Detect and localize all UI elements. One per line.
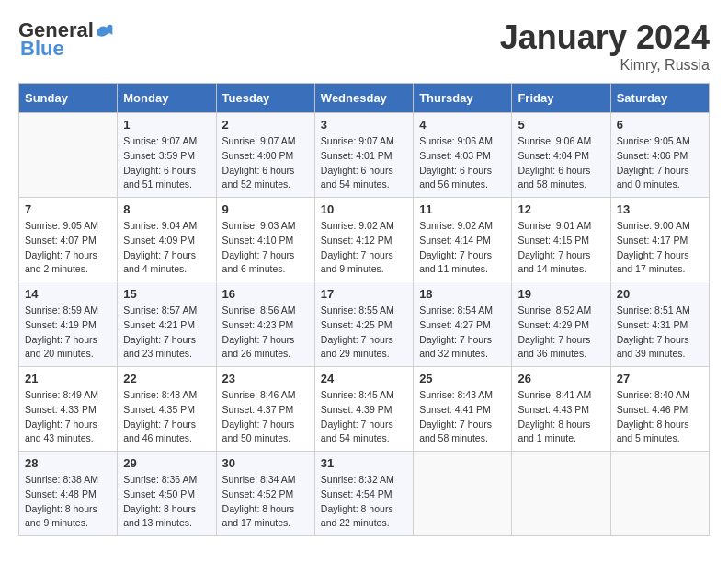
day-cell xyxy=(610,452,709,536)
week-row: 21Sunrise: 8:49 AMSunset: 4:33 PMDayligh… xyxy=(19,367,710,452)
day-number: 26 xyxy=(518,372,604,385)
week-row: 14Sunrise: 8:59 AMSunset: 4:19 PMDayligh… xyxy=(19,282,710,367)
week-row: 7Sunrise: 9:05 AMSunset: 4:07 PMDaylight… xyxy=(19,198,710,282)
day-info: Sunrise: 8:49 AMSunset: 4:33 PMDaylight:… xyxy=(25,388,111,446)
day-info: Sunrise: 9:02 AMSunset: 4:12 PMDaylight:… xyxy=(321,219,407,277)
day-number: 24 xyxy=(321,372,407,385)
day-cell: 6Sunrise: 9:05 AMSunset: 4:06 PMDaylight… xyxy=(610,113,709,198)
day-cell: 25Sunrise: 8:43 AMSunset: 4:41 PMDayligh… xyxy=(414,367,512,452)
day-info: Sunrise: 8:46 AMSunset: 4:37 PMDaylight:… xyxy=(222,388,309,446)
day-number: 12 xyxy=(518,202,604,216)
calendar-title: January 2024 xyxy=(500,18,710,57)
day-cell: 18Sunrise: 8:54 AMSunset: 4:27 PMDayligh… xyxy=(414,282,512,367)
day-cell: 5Sunrise: 9:06 AMSunset: 4:04 PMDaylight… xyxy=(512,113,610,198)
day-number: 11 xyxy=(419,202,506,216)
day-info: Sunrise: 8:36 AMSunset: 4:50 PMDaylight:… xyxy=(123,473,210,531)
day-info: Sunrise: 9:03 AMSunset: 4:10 PMDaylight:… xyxy=(222,219,309,277)
day-cell: 13Sunrise: 9:00 AMSunset: 4:17 PMDayligh… xyxy=(610,198,709,282)
day-cell: 15Sunrise: 8:57 AMSunset: 4:21 PMDayligh… xyxy=(118,282,216,367)
day-info: Sunrise: 8:34 AMSunset: 4:52 PMDaylight:… xyxy=(222,473,309,531)
calendar-table: SundayMondayTuesdayWednesdayThursdayFrid… xyxy=(18,83,710,536)
week-row: 28Sunrise: 8:38 AMSunset: 4:48 PMDayligh… xyxy=(19,452,710,536)
day-info: Sunrise: 9:02 AMSunset: 4:14 PMDaylight:… xyxy=(419,219,506,277)
day-info: Sunrise: 9:04 AMSunset: 4:09 PMDaylight:… xyxy=(123,219,210,277)
day-number: 27 xyxy=(617,372,703,385)
day-cell: 24Sunrise: 8:45 AMSunset: 4:39 PMDayligh… xyxy=(314,367,413,452)
day-cell: 11Sunrise: 9:02 AMSunset: 4:14 PMDayligh… xyxy=(414,198,512,282)
day-number: 22 xyxy=(123,372,210,385)
day-info: Sunrise: 8:41 AMSunset: 4:43 PMDaylight:… xyxy=(518,388,604,446)
day-number: 16 xyxy=(222,287,309,301)
day-number: 29 xyxy=(123,456,210,470)
day-cell: 19Sunrise: 8:52 AMSunset: 4:29 PMDayligh… xyxy=(512,282,610,367)
day-info: Sunrise: 8:52 AMSunset: 4:29 PMDaylight:… xyxy=(518,304,604,362)
day-number: 28 xyxy=(25,456,111,470)
day-cell: 7Sunrise: 9:05 AMSunset: 4:07 PMDaylight… xyxy=(19,198,118,282)
logo-blue-text: Blue xyxy=(20,37,64,61)
calendar-body: 1Sunrise: 9:07 AMSunset: 3:59 PMDaylight… xyxy=(19,113,710,536)
day-number: 14 xyxy=(25,287,111,301)
day-number: 7 xyxy=(25,202,111,216)
day-info: Sunrise: 9:00 AMSunset: 4:17 PMDaylight:… xyxy=(617,219,703,277)
header-cell-sunday: Sunday xyxy=(19,84,118,113)
day-cell: 2Sunrise: 9:07 AMSunset: 4:00 PMDaylight… xyxy=(216,113,314,198)
day-number: 4 xyxy=(419,118,506,132)
day-cell: 9Sunrise: 9:03 AMSunset: 4:10 PMDaylight… xyxy=(216,198,314,282)
day-info: Sunrise: 9:06 AMSunset: 4:03 PMDaylight:… xyxy=(419,134,506,192)
day-number: 9 xyxy=(222,202,309,216)
day-number: 19 xyxy=(518,287,604,301)
header-cell-saturday: Saturday xyxy=(610,84,709,113)
header-cell-tuesday: Tuesday xyxy=(216,84,314,113)
header-cell-monday: Monday xyxy=(118,84,216,113)
day-info: Sunrise: 8:54 AMSunset: 4:27 PMDaylight:… xyxy=(419,304,506,362)
day-info: Sunrise: 9:05 AMSunset: 4:07 PMDaylight:… xyxy=(25,219,111,277)
day-cell: 4Sunrise: 9:06 AMSunset: 4:03 PMDaylight… xyxy=(414,113,512,198)
day-info: Sunrise: 9:06 AMSunset: 4:04 PMDaylight:… xyxy=(518,134,604,192)
day-info: Sunrise: 9:07 AMSunset: 4:01 PMDaylight:… xyxy=(321,134,407,192)
day-number: 20 xyxy=(617,287,703,301)
calendar-subtitle: Kimry, Russia xyxy=(500,57,710,74)
day-info: Sunrise: 8:51 AMSunset: 4:31 PMDaylight:… xyxy=(617,304,703,362)
day-info: Sunrise: 8:38 AMSunset: 4:48 PMDaylight:… xyxy=(25,473,111,531)
day-cell: 10Sunrise: 9:02 AMSunset: 4:12 PMDayligh… xyxy=(314,198,413,282)
day-info: Sunrise: 8:56 AMSunset: 4:23 PMDaylight:… xyxy=(222,304,309,362)
logo: General Blue xyxy=(18,18,114,61)
day-cell: 22Sunrise: 8:48 AMSunset: 4:35 PMDayligh… xyxy=(118,367,216,452)
day-cell: 23Sunrise: 8:46 AMSunset: 4:37 PMDayligh… xyxy=(216,367,314,452)
day-number: 18 xyxy=(419,287,506,301)
day-info: Sunrise: 8:48 AMSunset: 4:35 PMDaylight:… xyxy=(123,388,210,446)
day-number: 23 xyxy=(222,372,309,385)
day-cell: 29Sunrise: 8:36 AMSunset: 4:50 PMDayligh… xyxy=(118,452,216,536)
day-cell xyxy=(19,113,118,198)
day-number: 2 xyxy=(222,118,309,132)
day-cell: 3Sunrise: 9:07 AMSunset: 4:01 PMDaylight… xyxy=(314,113,413,198)
day-info: Sunrise: 8:57 AMSunset: 4:21 PMDaylight:… xyxy=(123,304,210,362)
day-cell: 28Sunrise: 8:38 AMSunset: 4:48 PMDayligh… xyxy=(19,452,118,536)
day-number: 31 xyxy=(321,456,407,470)
day-cell: 17Sunrise: 8:55 AMSunset: 4:25 PMDayligh… xyxy=(314,282,413,367)
day-info: Sunrise: 9:05 AMSunset: 4:06 PMDaylight:… xyxy=(617,134,703,192)
day-cell: 30Sunrise: 8:34 AMSunset: 4:52 PMDayligh… xyxy=(216,452,314,536)
day-cell xyxy=(414,452,512,536)
day-info: Sunrise: 8:40 AMSunset: 4:46 PMDaylight:… xyxy=(617,388,703,446)
day-info: Sunrise: 9:07 AMSunset: 4:00 PMDaylight:… xyxy=(222,134,309,192)
day-info: Sunrise: 8:32 AMSunset: 4:54 PMDaylight:… xyxy=(321,473,407,531)
header-cell-wednesday: Wednesday xyxy=(314,84,413,113)
day-number: 25 xyxy=(419,372,506,385)
day-number: 5 xyxy=(518,118,604,132)
page-header: General Blue January 2024 Kimry, Russia xyxy=(18,18,710,74)
day-info: Sunrise: 8:43 AMSunset: 4:41 PMDaylight:… xyxy=(419,388,506,446)
day-cell: 14Sunrise: 8:59 AMSunset: 4:19 PMDayligh… xyxy=(19,282,118,367)
day-cell: 26Sunrise: 8:41 AMSunset: 4:43 PMDayligh… xyxy=(512,367,610,452)
day-cell: 31Sunrise: 8:32 AMSunset: 4:54 PMDayligh… xyxy=(314,452,413,536)
header-cell-friday: Friday xyxy=(512,84,610,113)
week-row: 1Sunrise: 9:07 AMSunset: 3:59 PMDaylight… xyxy=(19,113,710,198)
day-cell: 20Sunrise: 8:51 AMSunset: 4:31 PMDayligh… xyxy=(610,282,709,367)
day-number: 30 xyxy=(222,456,309,470)
day-info: Sunrise: 9:07 AMSunset: 3:59 PMDaylight:… xyxy=(123,134,210,192)
title-area: January 2024 Kimry, Russia xyxy=(500,18,710,74)
day-cell: 1Sunrise: 9:07 AMSunset: 3:59 PMDaylight… xyxy=(118,113,216,198)
day-number: 10 xyxy=(321,202,407,216)
day-info: Sunrise: 8:59 AMSunset: 4:19 PMDaylight:… xyxy=(25,304,111,362)
day-number: 6 xyxy=(617,118,703,132)
